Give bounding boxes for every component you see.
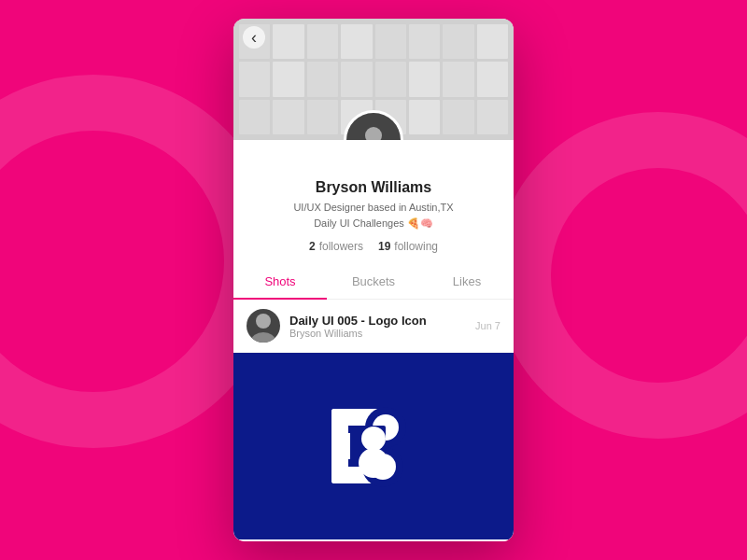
following-label: following (394, 240, 438, 253)
sticky-note (477, 24, 508, 59)
followers-label: followers (319, 240, 363, 253)
tab-shots[interactable]: Shots (233, 265, 327, 300)
shot-author: Bryson Williams (289, 328, 466, 339)
shot-title: Daily UI 005 - Logo Icon (289, 314, 466, 328)
svg-rect-15 (331, 433, 350, 459)
sticky-note (443, 24, 473, 59)
sticky-note (443, 100, 473, 134)
sticky-note (307, 100, 338, 134)
shot-avatar (247, 309, 280, 343)
svg-point-13 (361, 427, 386, 451)
sticky-note (409, 100, 440, 134)
profile-name: Bryson Williams (233, 179, 514, 196)
sticky-note (273, 24, 303, 59)
profile-bio: UI/UX Designer based in Austin,TX Daily … (233, 200, 514, 231)
shot-date: Jun 7 (475, 320, 500, 331)
sticky-note (307, 24, 338, 59)
profile-stats: 2 followers 19 following (233, 240, 514, 253)
sticky-note (409, 62, 440, 96)
sticky-note (443, 62, 473, 96)
following-stat: 19 following (378, 240, 438, 253)
svg-point-2 (256, 314, 271, 329)
avatar-svg (355, 121, 392, 140)
following-count: 19 (378, 240, 390, 253)
shot-meta: Daily UI 005 - Logo Icon Bryson Williams (289, 314, 466, 339)
shots-list: Daily UI 005 - Logo Icon Bryson Williams… (233, 300, 514, 541)
sticky-note (477, 100, 508, 134)
sticky-note (375, 24, 406, 59)
bio-line1: UI/UX Designer based in Austin,TX (233, 200, 514, 216)
followers-count: 2 (309, 240, 316, 253)
bio-line2: Daily UI Challenges 🍕🧠 (233, 216, 514, 231)
tab-buckets-label: Buckets (352, 274, 395, 288)
sticky-note (307, 62, 338, 96)
tab-buckets[interactable]: Buckets (327, 265, 420, 300)
sticky-note (477, 62, 508, 96)
sticky-note (273, 62, 303, 96)
shot-preview[interactable] (233, 353, 514, 539)
sticky-note (341, 62, 372, 96)
svg-point-14 (359, 448, 388, 478)
back-icon: ‹ (251, 29, 257, 46)
sticky-note (239, 62, 270, 96)
svg-point-3 (251, 332, 275, 343)
followers-stat: 2 followers (309, 240, 363, 253)
sticky-note (239, 100, 270, 134)
tab-shots-label: Shots (264, 274, 295, 288)
shot-avatar-svg (247, 309, 280, 343)
sticky-note (375, 62, 406, 96)
sticky-note (341, 24, 372, 59)
sticky-note (409, 24, 440, 59)
logo-b-svg (322, 399, 425, 493)
tab-likes[interactable]: Likes (420, 265, 514, 300)
tab-bar: Shots Buckets Likes (233, 264, 514, 300)
avatar-image (346, 113, 401, 140)
shot-item[interactable]: Daily UI 005 - Logo Icon Bryson Williams… (233, 300, 514, 353)
cover-photo: ‹ (233, 19, 514, 140)
tab-likes-label: Likes (453, 274, 481, 288)
phone-card: ‹ Bryson Williams UI/UX Designer based i… (233, 19, 514, 541)
svg-point-0 (365, 127, 382, 140)
profile-info: Bryson Williams UI/UX Designer based in … (233, 140, 514, 264)
back-button[interactable]: ‹ (243, 26, 265, 49)
bg-circle-right (495, 112, 747, 439)
sticky-note (273, 100, 303, 134)
